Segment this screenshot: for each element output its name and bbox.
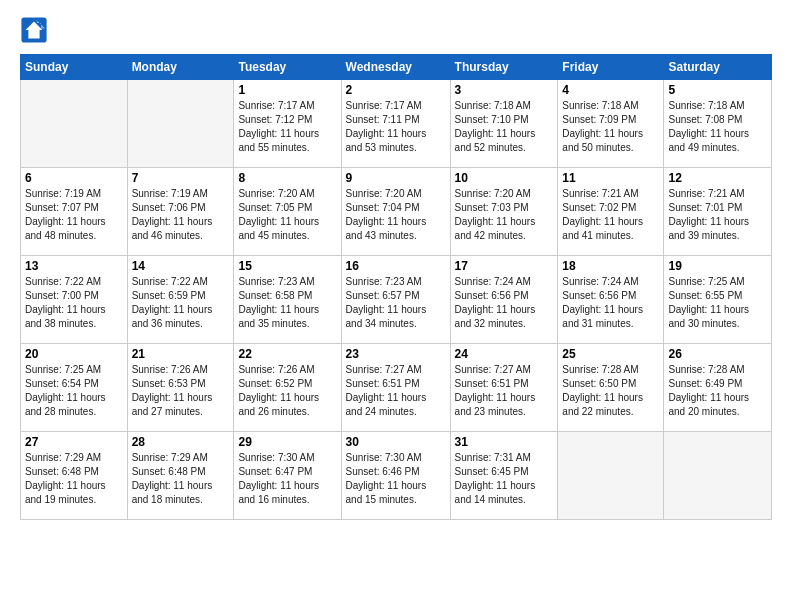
day-cell: 15Sunrise: 7:23 AMSunset: 6:58 PMDayligh… <box>234 256 341 344</box>
day-cell <box>127 80 234 168</box>
day-number: 27 <box>25 435 123 449</box>
day-info: Sunrise: 7:24 AMSunset: 6:56 PMDaylight:… <box>455 275 554 331</box>
day-cell: 14Sunrise: 7:22 AMSunset: 6:59 PMDayligh… <box>127 256 234 344</box>
day-cell <box>558 432 664 520</box>
day-number: 17 <box>455 259 554 273</box>
day-info: Sunrise: 7:26 AMSunset: 6:52 PMDaylight:… <box>238 363 336 419</box>
week-row-2: 6Sunrise: 7:19 AMSunset: 7:07 PMDaylight… <box>21 168 772 256</box>
day-cell <box>664 432 772 520</box>
day-cell: 27Sunrise: 7:29 AMSunset: 6:48 PMDayligh… <box>21 432 128 520</box>
day-number: 29 <box>238 435 336 449</box>
column-header-tuesday: Tuesday <box>234 55 341 80</box>
column-header-friday: Friday <box>558 55 664 80</box>
day-cell: 29Sunrise: 7:30 AMSunset: 6:47 PMDayligh… <box>234 432 341 520</box>
column-header-monday: Monday <box>127 55 234 80</box>
day-cell: 23Sunrise: 7:27 AMSunset: 6:51 PMDayligh… <box>341 344 450 432</box>
day-info: Sunrise: 7:19 AMSunset: 7:06 PMDaylight:… <box>132 187 230 243</box>
day-cell: 12Sunrise: 7:21 AMSunset: 7:01 PMDayligh… <box>664 168 772 256</box>
day-info: Sunrise: 7:31 AMSunset: 6:45 PMDaylight:… <box>455 451 554 507</box>
day-info: Sunrise: 7:25 AMSunset: 6:54 PMDaylight:… <box>25 363 123 419</box>
day-number: 15 <box>238 259 336 273</box>
logo <box>20 16 52 44</box>
day-cell: 19Sunrise: 7:25 AMSunset: 6:55 PMDayligh… <box>664 256 772 344</box>
day-number: 30 <box>346 435 446 449</box>
day-cell: 26Sunrise: 7:28 AMSunset: 6:49 PMDayligh… <box>664 344 772 432</box>
day-number: 28 <box>132 435 230 449</box>
calendar-table: SundayMondayTuesdayWednesdayThursdayFrid… <box>20 54 772 520</box>
day-number: 22 <box>238 347 336 361</box>
day-number: 26 <box>668 347 767 361</box>
header <box>20 16 772 44</box>
day-cell <box>21 80 128 168</box>
day-info: Sunrise: 7:20 AMSunset: 7:05 PMDaylight:… <box>238 187 336 243</box>
day-info: Sunrise: 7:29 AMSunset: 6:48 PMDaylight:… <box>132 451 230 507</box>
day-info: Sunrise: 7:26 AMSunset: 6:53 PMDaylight:… <box>132 363 230 419</box>
day-info: Sunrise: 7:17 AMSunset: 7:12 PMDaylight:… <box>238 99 336 155</box>
calendar-page: SundayMondayTuesdayWednesdayThursdayFrid… <box>0 0 792 530</box>
day-info: Sunrise: 7:30 AMSunset: 6:46 PMDaylight:… <box>346 451 446 507</box>
day-cell: 20Sunrise: 7:25 AMSunset: 6:54 PMDayligh… <box>21 344 128 432</box>
day-number: 18 <box>562 259 659 273</box>
day-info: Sunrise: 7:17 AMSunset: 7:11 PMDaylight:… <box>346 99 446 155</box>
day-cell: 24Sunrise: 7:27 AMSunset: 6:51 PMDayligh… <box>450 344 558 432</box>
day-cell: 9Sunrise: 7:20 AMSunset: 7:04 PMDaylight… <box>341 168 450 256</box>
week-row-5: 27Sunrise: 7:29 AMSunset: 6:48 PMDayligh… <box>21 432 772 520</box>
day-info: Sunrise: 7:21 AMSunset: 7:01 PMDaylight:… <box>668 187 767 243</box>
day-number: 9 <box>346 171 446 185</box>
day-cell: 18Sunrise: 7:24 AMSunset: 6:56 PMDayligh… <box>558 256 664 344</box>
day-number: 14 <box>132 259 230 273</box>
header-row: SundayMondayTuesdayWednesdayThursdayFrid… <box>21 55 772 80</box>
day-cell: 10Sunrise: 7:20 AMSunset: 7:03 PMDayligh… <box>450 168 558 256</box>
column-header-sunday: Sunday <box>21 55 128 80</box>
day-info: Sunrise: 7:18 AMSunset: 7:09 PMDaylight:… <box>562 99 659 155</box>
day-number: 10 <box>455 171 554 185</box>
day-number: 23 <box>346 347 446 361</box>
day-cell: 7Sunrise: 7:19 AMSunset: 7:06 PMDaylight… <box>127 168 234 256</box>
day-info: Sunrise: 7:24 AMSunset: 6:56 PMDaylight:… <box>562 275 659 331</box>
day-number: 31 <box>455 435 554 449</box>
day-info: Sunrise: 7:28 AMSunset: 6:49 PMDaylight:… <box>668 363 767 419</box>
day-cell: 30Sunrise: 7:30 AMSunset: 6:46 PMDayligh… <box>341 432 450 520</box>
day-cell: 4Sunrise: 7:18 AMSunset: 7:09 PMDaylight… <box>558 80 664 168</box>
day-info: Sunrise: 7:27 AMSunset: 6:51 PMDaylight:… <box>346 363 446 419</box>
day-info: Sunrise: 7:25 AMSunset: 6:55 PMDaylight:… <box>668 275 767 331</box>
day-info: Sunrise: 7:29 AMSunset: 6:48 PMDaylight:… <box>25 451 123 507</box>
day-cell: 3Sunrise: 7:18 AMSunset: 7:10 PMDaylight… <box>450 80 558 168</box>
day-number: 7 <box>132 171 230 185</box>
logo-icon <box>20 16 48 44</box>
day-number: 3 <box>455 83 554 97</box>
day-info: Sunrise: 7:28 AMSunset: 6:50 PMDaylight:… <box>562 363 659 419</box>
day-cell: 21Sunrise: 7:26 AMSunset: 6:53 PMDayligh… <box>127 344 234 432</box>
day-info: Sunrise: 7:27 AMSunset: 6:51 PMDaylight:… <box>455 363 554 419</box>
day-cell: 13Sunrise: 7:22 AMSunset: 7:00 PMDayligh… <box>21 256 128 344</box>
week-row-4: 20Sunrise: 7:25 AMSunset: 6:54 PMDayligh… <box>21 344 772 432</box>
day-info: Sunrise: 7:30 AMSunset: 6:47 PMDaylight:… <box>238 451 336 507</box>
day-cell: 5Sunrise: 7:18 AMSunset: 7:08 PMDaylight… <box>664 80 772 168</box>
day-number: 20 <box>25 347 123 361</box>
day-number: 16 <box>346 259 446 273</box>
day-number: 2 <box>346 83 446 97</box>
day-cell: 22Sunrise: 7:26 AMSunset: 6:52 PMDayligh… <box>234 344 341 432</box>
day-number: 11 <box>562 171 659 185</box>
day-info: Sunrise: 7:19 AMSunset: 7:07 PMDaylight:… <box>25 187 123 243</box>
week-row-1: 1Sunrise: 7:17 AMSunset: 7:12 PMDaylight… <box>21 80 772 168</box>
column-header-thursday: Thursday <box>450 55 558 80</box>
day-number: 24 <box>455 347 554 361</box>
day-number: 1 <box>238 83 336 97</box>
day-info: Sunrise: 7:22 AMSunset: 6:59 PMDaylight:… <box>132 275 230 331</box>
week-row-3: 13Sunrise: 7:22 AMSunset: 7:00 PMDayligh… <box>21 256 772 344</box>
day-number: 25 <box>562 347 659 361</box>
day-number: 21 <box>132 347 230 361</box>
day-cell: 31Sunrise: 7:31 AMSunset: 6:45 PMDayligh… <box>450 432 558 520</box>
day-info: Sunrise: 7:20 AMSunset: 7:03 PMDaylight:… <box>455 187 554 243</box>
day-number: 4 <box>562 83 659 97</box>
day-number: 13 <box>25 259 123 273</box>
day-info: Sunrise: 7:18 AMSunset: 7:08 PMDaylight:… <box>668 99 767 155</box>
day-cell: 1Sunrise: 7:17 AMSunset: 7:12 PMDaylight… <box>234 80 341 168</box>
day-info: Sunrise: 7:23 AMSunset: 6:57 PMDaylight:… <box>346 275 446 331</box>
day-cell: 11Sunrise: 7:21 AMSunset: 7:02 PMDayligh… <box>558 168 664 256</box>
day-cell: 17Sunrise: 7:24 AMSunset: 6:56 PMDayligh… <box>450 256 558 344</box>
day-cell: 8Sunrise: 7:20 AMSunset: 7:05 PMDaylight… <box>234 168 341 256</box>
day-cell: 28Sunrise: 7:29 AMSunset: 6:48 PMDayligh… <box>127 432 234 520</box>
day-cell: 25Sunrise: 7:28 AMSunset: 6:50 PMDayligh… <box>558 344 664 432</box>
